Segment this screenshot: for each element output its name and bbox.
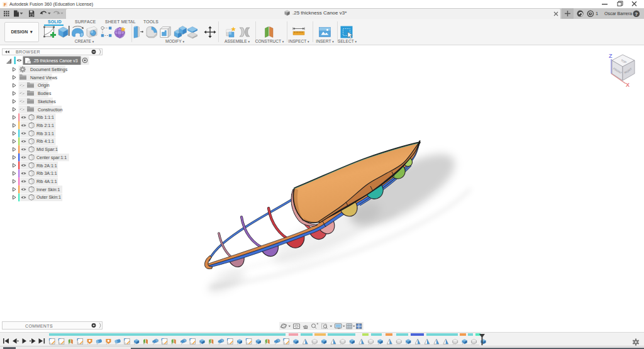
svg-text:Rib 3A:1:1: Rib 3A:1:1 (36, 171, 57, 175)
svg-text:Named Views: Named Views (30, 75, 58, 79)
svg-text:Rib 2A:1:1: Rib 2A:1:1 (36, 163, 57, 167)
svg-text:.25 thickness Canoe v3: .25 thickness Canoe v3 (33, 58, 78, 63)
svg-text:BROWSER: BROWSER (16, 50, 40, 54)
svg-text:Construction: Construction (38, 107, 62, 111)
svg-text:Origin: Origin (38, 83, 50, 88)
svg-text:Bodies: Bodies (38, 91, 52, 96)
svg-text:Outer Skin:1: Outer Skin:1 (36, 195, 61, 199)
svg-text:Rib 2:1:1: Rib 2:1:1 (36, 123, 54, 128)
svg-text:Mid Spar:1: Mid Spar:1 (36, 147, 58, 152)
svg-text:Document Settings: Document Settings (30, 67, 68, 72)
svg-text:Sketches: Sketches (38, 99, 56, 103)
svg-text:COMMENTS: COMMENTS (25, 324, 53, 328)
svg-text:F: F (4, 2, 6, 6)
svg-text:Rib 3:1:1: Rib 3:1:1 (36, 131, 54, 135)
svg-text:?: ? (635, 11, 638, 17)
svg-text:X: X (626, 82, 630, 88)
svg-text:Center spar:1:1: Center spar:1:1 (36, 155, 67, 160)
svg-text:Z: Z (609, 53, 613, 59)
svg-text:Rib 4A:1:1: Rib 4A:1:1 (36, 179, 57, 184)
svg-text:Rib 4:1:1: Rib 4:1:1 (36, 139, 54, 143)
svg-text:Inner Skin:1: Inner Skin:1 (36, 187, 60, 191)
svg-text:Rib 1:1:1: Rib 1:1:1 (36, 115, 54, 119)
